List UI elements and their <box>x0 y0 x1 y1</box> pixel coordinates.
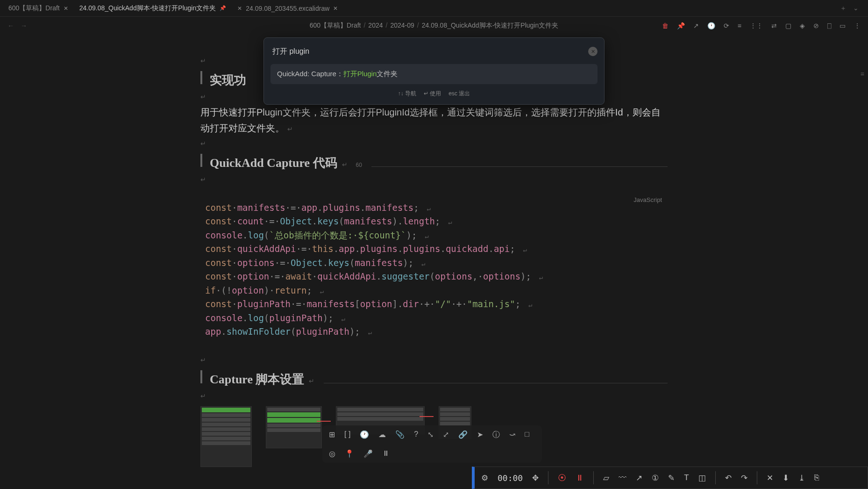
link-icon[interactable]: 🔗 <box>458 430 468 440</box>
code-line: app.showInFolder(pluginPath); ↵ <box>205 325 663 338</box>
divider <box>757 471 757 484</box>
divider <box>715 471 716 484</box>
chevron-down-icon[interactable]: ⌄ <box>853 4 859 13</box>
swap-icon[interactable]: ⇄ <box>771 22 777 29</box>
broken-link-icon[interactable]: ⤻ <box>509 430 515 440</box>
copy-icon[interactable]: ⎘ <box>814 473 819 482</box>
trash-icon[interactable]: 🗑 <box>662 22 669 29</box>
hint-nav: ↑↓ 导航 <box>398 90 416 98</box>
redo-icon[interactable]: ↷ <box>741 473 747 483</box>
pin-location-icon[interactable]: 📍 <box>345 449 354 458</box>
move-icon[interactable]: ✥ <box>532 473 539 483</box>
close-icon[interactable]: ✕ <box>767 473 773 483</box>
outline-icon[interactable]: ⊞ <box>329 430 335 440</box>
close-icon[interactable]: ✕ <box>333 5 338 12</box>
more-icon[interactable]: ⋮ <box>854 22 861 29</box>
nav-bar: ← → 600【草稿】Draft/ 2024/ 2024-09/ 24.09.0… <box>0 17 868 35</box>
arrow-icon[interactable]: ↗ <box>636 473 642 483</box>
eraser-icon[interactable]: ◫ <box>698 473 706 483</box>
graph-icon[interactable]: ⋮⋮ <box>750 22 763 29</box>
command-palette-input[interactable] <box>270 44 588 58</box>
record-icon[interactable]: ⦿ <box>558 473 566 483</box>
code-line: const·pluginPath·=·manifests[option].dir… <box>205 297 663 311</box>
screenshot-thumbnail[interactable] <box>266 406 322 448</box>
pin-icon[interactable]: 📌 <box>677 22 685 29</box>
result-suffix: 文件夹 <box>377 70 398 78</box>
nav-arrows: ← → <box>7 22 27 29</box>
attachment-icon[interactable]: 📎 <box>395 430 405 440</box>
eye-off-icon[interactable]: ⊘ <box>813 22 819 29</box>
panel-icon[interactable]: ▢ <box>785 22 791 29</box>
back-icon[interactable]: ← <box>7 22 14 29</box>
expand-icon[interactable]: ⤢ <box>443 430 449 440</box>
location-icon[interactable]: ◎ <box>329 449 335 458</box>
new-tab-icon[interactable]: ＋ <box>840 4 847 13</box>
clock-icon[interactable]: 🕐 <box>707 22 715 29</box>
clear-icon[interactable]: ✕ <box>588 47 598 56</box>
recorder-timer: 00:00 <box>498 473 523 483</box>
cloud-icon[interactable]: ☁ <box>378 430 386 440</box>
code-line: console.log(`总ob插件的个数是:·${count}`); ↵ <box>205 229 663 242</box>
code-block[interactable]: JavaScript const·manifests·=·app.plugins… <box>200 193 668 347</box>
code-line: const·manifests·=·app.plugins.manifests;… <box>205 201 663 215</box>
heading-bar <box>200 71 202 84</box>
code-language-label: JavaScript <box>633 195 662 205</box>
code-line: const·option·=·await·quickAddApi.suggest… <box>205 270 663 283</box>
scribble-icon[interactable]: 〰 <box>619 473 626 482</box>
breadcrumb-item[interactable]: 24.09.08_QuickAdd脚本-快速打开Plugin文件夹 <box>422 22 559 30</box>
tab-draft[interactable]: 600【草稿】Draft ✕ <box>3 0 74 17</box>
heading-divider <box>324 383 668 383</box>
tab-quickadd[interactable]: 24.09.08_QuickAdd脚本-快速打开Plugin文件夹 📌 <box>74 0 232 17</box>
pause-icon[interactable]: ⏸ <box>382 449 390 458</box>
outline-toggle-icon[interactable]: ≡ <box>861 70 864 78</box>
book-icon[interactable]: ▭ <box>840 22 846 29</box>
return-mark: ↵ <box>200 140 668 147</box>
shape-icon[interactable]: ▱ <box>603 473 609 483</box>
clock-icon[interactable]: 🕐 <box>360 430 369 440</box>
tab-title: 600【草稿】Draft <box>8 4 60 13</box>
pin-icon[interactable]: 📌 <box>220 5 226 11</box>
heading-text: Capture 脚本设置 <box>210 371 304 388</box>
breadcrumb-item[interactable]: 600【草稿】Draft <box>310 22 361 30</box>
command-palette: ✕ QuickAdd: Capture：打开Plugin文件夹 ↑↓ 导航 ↵ … <box>263 37 605 105</box>
code-line: if·(!option)·return; ↵ <box>205 284 663 297</box>
brackets-icon[interactable]: [ ] <box>344 430 350 440</box>
text-icon[interactable]: T <box>684 473 689 482</box>
info-icon[interactable]: ⓘ <box>492 430 500 440</box>
pencil-icon[interactable]: ✎ <box>668 473 675 483</box>
send-icon[interactable]: ➤ <box>477 430 483 440</box>
command-palette-result[interactable]: QuickAdd: Capture：打开Plugin文件夹 <box>270 64 598 84</box>
command-palette-footer: ↑↓ 导航 ↵ 使用 esc 退出 <box>270 90 598 98</box>
body-paragraph: 用于快速打开Plugin文件夹，运行后会打开PluginId选择框，通过关键词筛… <box>200 104 668 136</box>
tab-excalidraw[interactable]: ✕ 24.09.08_203455.excalidraw ✕ <box>232 0 343 17</box>
save-pin-icon[interactable]: ⤓ <box>798 473 805 483</box>
stop-icon[interactable]: □ <box>525 430 529 440</box>
breadcrumb-item[interactable]: 2024-09 <box>390 22 414 30</box>
excalidraw-icon: ✕ <box>237 5 242 12</box>
gear-icon[interactable]: ⚙ <box>481 473 488 483</box>
number-icon[interactable]: ① <box>652 473 659 483</box>
mic-icon[interactable]: 🎤 <box>363 449 373 458</box>
refresh-icon[interactable]: ⟳ <box>724 22 729 29</box>
hint-use: ↵ 使用 <box>424 90 441 98</box>
list-icon[interactable]: ≡ <box>738 22 741 29</box>
close-icon[interactable]: ✕ <box>64 5 68 12</box>
diamond-icon[interactable]: ◈ <box>800 22 805 29</box>
return-mark: ↵ <box>200 176 668 183</box>
help-icon[interactable]: ? <box>414 430 418 440</box>
code-line: const·count·=·Object.keys(manifests).len… <box>205 215 663 228</box>
undo-icon[interactable]: ↶ <box>725 473 732 483</box>
screenshot-thumbnail[interactable] <box>200 406 252 467</box>
result-prefix: QuickAdd: Capture： <box>277 70 343 78</box>
breadcrumb-item[interactable]: 2024 <box>368 22 383 30</box>
forward-icon[interactable]: → <box>21 22 27 29</box>
collapse-icon[interactable]: ⤡ <box>427 430 434 440</box>
code-line: const·options·=·Object.keys(manifests); … <box>205 256 663 270</box>
return-mark: ↵ <box>200 392 668 400</box>
download-icon[interactable]: ⬇ <box>783 473 789 483</box>
tab-bar-actions: ＋ ⌄ <box>840 4 865 13</box>
pause-record-icon[interactable]: ⏸ <box>576 473 584 483</box>
open-external-icon[interactable]: ↗ <box>693 22 699 29</box>
divider <box>548 471 548 484</box>
bookmark-icon[interactable]: ⎕ <box>827 22 831 29</box>
